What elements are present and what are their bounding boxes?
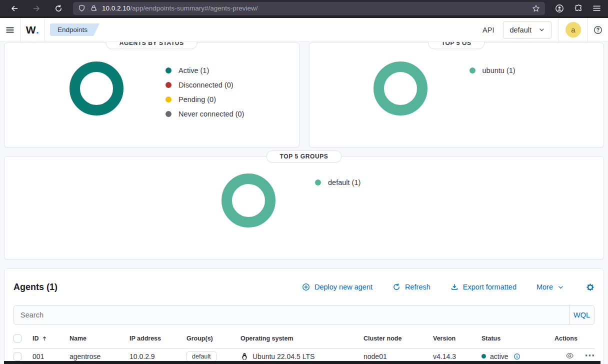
- legend-dot: [470, 68, 476, 74]
- forward-button[interactable]: [29, 2, 44, 15]
- agents-table: ID Name IP address Group(s) Operating sy…: [14, 329, 594, 364]
- reload-button[interactable]: [51, 2, 66, 15]
- legend-dot: [166, 68, 172, 74]
- api-selector-value: default: [510, 26, 532, 34]
- top5-groups-legend: default (1): [315, 175, 360, 190]
- cell-os: Ubuntu 22.04.5 LTS: [252, 352, 314, 360]
- column-cluster-node[interactable]: Cluster node: [360, 329, 429, 348]
- more-button[interactable]: More: [536, 283, 564, 291]
- chevron-down-icon: [558, 284, 564, 290]
- panel-top5-os: TOP 5 OS ubuntu (1): [309, 42, 604, 148]
- search-input[interactable]: [14, 306, 569, 324]
- search-bar: WQL: [14, 305, 594, 325]
- tracking-shield-icon[interactable]: [78, 4, 86, 12]
- chevron-down-icon: [538, 26, 545, 33]
- account-icon[interactable]: [555, 4, 564, 13]
- top5-os-donut[interactable]: [374, 62, 428, 116]
- download-icon: [450, 283, 458, 291]
- help-button[interactable]: [588, 18, 608, 42]
- top5-os-legend: ubuntu (1): [470, 63, 516, 78]
- column-actions: Actions: [550, 329, 594, 348]
- status-info-icon[interactable]: [514, 353, 520, 360]
- legend-item[interactable]: Active (1): [166, 63, 244, 78]
- row-checkbox[interactable]: [14, 352, 22, 360]
- header-divider: [44, 18, 45, 42]
- panel-title: TOP 5 GROUPS: [266, 150, 342, 162]
- hamburger-icon: [6, 26, 14, 34]
- url-host: 10.0.2.10: [102, 4, 130, 12]
- menu-icon[interactable]: [592, 4, 601, 12]
- legend-dot: [315, 180, 321, 186]
- panel-title: AGENTS BY STATUS: [106, 42, 198, 49]
- table-settings-button[interactable]: [586, 283, 594, 292]
- main-content: AGENTS BY STATUS Active (1) Disconnected…: [0, 42, 608, 364]
- url-bar[interactable]: 10.0.2.10/app/endpoints-summary#/agents-…: [73, 2, 545, 15]
- bottom-dark-strip: [4, 361, 600, 364]
- refresh-label: Refresh: [405, 283, 430, 291]
- legend-dot: [166, 111, 172, 117]
- deploy-new-agent-button[interactable]: Deploy new agent: [302, 283, 372, 291]
- legend-item[interactable]: ubuntu (1): [470, 63, 516, 78]
- browser-toolbar: 10.0.2.10/app/endpoints-summary#/agents-…: [0, 0, 608, 16]
- view-agent-eye-icon[interactable]: [566, 352, 574, 360]
- agents-title: Agents (1): [14, 282, 58, 292]
- legend-item[interactable]: Pending (0): [166, 92, 244, 106]
- api-label: API: [482, 26, 494, 34]
- url-path: /app/endpoints-summary#/agents-preview/: [130, 4, 258, 12]
- column-groups[interactable]: Group(s): [182, 329, 236, 348]
- wazuh-logo[interactable]: W.: [20, 18, 44, 42]
- legend-dot: [166, 96, 172, 102]
- refresh-button[interactable]: Refresh: [392, 283, 430, 291]
- legend-item[interactable]: Disconnected (0): [166, 78, 244, 92]
- select-all-checkbox[interactable]: [14, 334, 22, 342]
- column-version[interactable]: Version: [429, 329, 478, 348]
- legend-item[interactable]: Never connected (0): [166, 106, 244, 121]
- column-os[interactable]: Operating system: [236, 329, 360, 348]
- user-avatar[interactable]: a: [566, 22, 581, 38]
- app-header: W. Endpoints API default a: [0, 18, 608, 42]
- sort-asc-icon: [42, 336, 48, 342]
- more-label: More: [536, 283, 553, 291]
- group-chip[interactable]: default: [186, 352, 216, 362]
- logo-w: W: [26, 24, 36, 36]
- status-dot: [482, 354, 486, 358]
- back-button[interactable]: [7, 2, 22, 15]
- breadcrumb-endpoints[interactable]: Endpoints: [50, 24, 100, 36]
- panel-agents: Agents (1) Deploy new agent Refresh Expo…: [4, 268, 604, 364]
- column-status[interactable]: Status: [478, 329, 550, 348]
- table-header-row: ID Name IP address Group(s) Operating sy…: [14, 329, 594, 348]
- extensions-icon[interactable]: [574, 4, 582, 12]
- status-badge: active: [482, 352, 550, 360]
- top5-groups-donut[interactable]: [222, 174, 276, 228]
- forward-arrow-icon: [32, 4, 40, 12]
- legend-label: default (1): [328, 178, 360, 186]
- reload-icon: [54, 4, 62, 12]
- legend-label: Pending (0): [178, 96, 216, 104]
- header-divider: [558, 18, 559, 42]
- lock-warning-icon[interactable]: [90, 4, 98, 12]
- legend-label: Active (1): [178, 66, 209, 74]
- column-name[interactable]: Name: [66, 329, 126, 348]
- column-ip[interactable]: IP address: [126, 329, 182, 348]
- column-id-label: ID: [32, 335, 39, 342]
- api-selector[interactable]: default: [503, 22, 552, 38]
- status-label: active: [490, 352, 508, 360]
- help-icon: [594, 26, 602, 34]
- export-formatted-button[interactable]: Export formatted: [450, 283, 516, 291]
- panel-agents-by-status: AGENTS BY STATUS Active (1) Disconnected…: [4, 42, 300, 148]
- agents-status-donut[interactable]: [70, 62, 124, 116]
- bookmark-star-icon[interactable]: [532, 4, 540, 12]
- logo-dot: .: [36, 24, 39, 36]
- plus-circle-icon: [302, 283, 310, 291]
- wql-button[interactable]: WQL: [569, 306, 594, 324]
- nav-menu-button[interactable]: [0, 18, 20, 42]
- column-id[interactable]: ID: [28, 329, 66, 348]
- panel-title: TOP 5 OS: [428, 42, 485, 49]
- more-actions-icon[interactable]: [585, 353, 594, 358]
- refresh-icon: [392, 283, 400, 291]
- legend-label: ubuntu (1): [482, 66, 516, 74]
- export-label: Export formatted: [463, 283, 516, 291]
- legend-item[interactable]: default (1): [315, 175, 360, 190]
- legend-label: Disconnected (0): [178, 81, 234, 89]
- linux-penguin-icon: [240, 352, 248, 360]
